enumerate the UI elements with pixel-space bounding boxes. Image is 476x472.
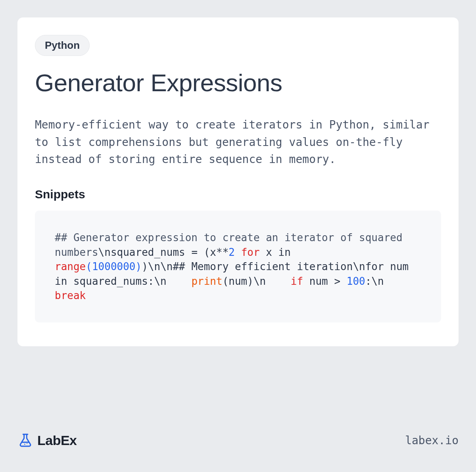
svg-point-1 (27, 443, 27, 444)
brand-logo: LabEx (17, 432, 77, 448)
flask-icon (17, 432, 33, 448)
brand-name: LabEx (37, 433, 77, 448)
snippets-heading: Snippets (35, 188, 441, 201)
page-title: Generator Expressions (35, 69, 441, 96)
content-card: Python Generator Expressions Memory-effi… (17, 17, 459, 346)
description-text: Memory-efficient way to create iterators… (35, 116, 441, 168)
footer: LabEx labex.io (17, 432, 459, 448)
svg-point-0 (24, 444, 25, 445)
language-tag: Python (35, 35, 90, 56)
code-snippet: ## Generator expression to create an ite… (35, 211, 441, 322)
site-url: labex.io (405, 434, 459, 447)
